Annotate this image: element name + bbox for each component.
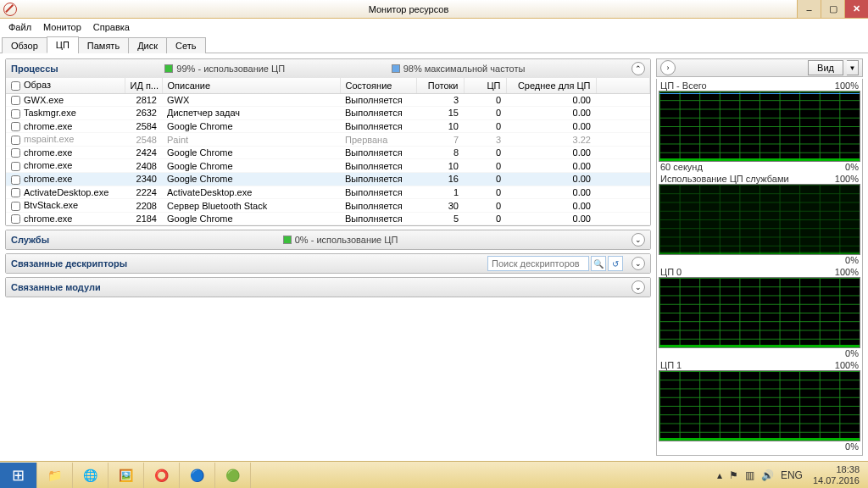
graph-block: Использование ЦП службами100%0% bbox=[659, 174, 860, 265]
clear-search-icon[interactable]: ↺ bbox=[608, 256, 623, 271]
graph-max: 100% bbox=[835, 360, 859, 370]
graph-title: ЦП 2 bbox=[660, 453, 682, 456]
nav-back-icon[interactable]: › bbox=[660, 60, 676, 75]
menu-file[interactable]: Файл bbox=[3, 20, 36, 34]
row-checkbox[interactable] bbox=[11, 188, 20, 197]
table-row[interactable]: chrome.exe2184Google ChromeВыполняется50… bbox=[6, 212, 650, 225]
left-pane: Процессы 99% - использование ЦП 98% макс… bbox=[0, 53, 654, 461]
tab-overview[interactable]: Обзор bbox=[2, 37, 47, 53]
services-title: Службы bbox=[11, 235, 49, 245]
modules-header[interactable]: Связанные модули ⌄ bbox=[6, 278, 650, 297]
col-avg[interactable]: Среднее для ЦП bbox=[506, 78, 596, 93]
menu-help[interactable]: Справка bbox=[88, 20, 135, 34]
view-dropdown-icon[interactable]: ▼ bbox=[847, 60, 859, 75]
tab-disk[interactable]: Диск bbox=[128, 37, 167, 53]
processes-table: Образ ИД п... Описание Состояние Потоки … bbox=[6, 78, 650, 225]
row-checkbox[interactable] bbox=[11, 202, 20, 211]
search-input[interactable] bbox=[487, 256, 589, 271]
row-checkbox[interactable] bbox=[11, 214, 20, 224]
table-row[interactable]: chrome.exe2408Google ChromeВыполняется10… bbox=[6, 159, 650, 173]
table-row[interactable]: chrome.exe2340Google ChromeВыполняется16… bbox=[6, 173, 650, 186]
task-app3[interactable]: 🟢 bbox=[215, 463, 251, 488]
task-app1[interactable]: 🖼️ bbox=[108, 463, 144, 488]
tab-cpu[interactable]: ЦП bbox=[47, 36, 79, 53]
task-chrome[interactable]: 🌐 bbox=[73, 463, 108, 488]
collapse-icon[interactable]: ⌃ bbox=[632, 62, 645, 75]
table-row[interactable]: chrome.exe2584Google ChromeВыполняется10… bbox=[6, 119, 650, 133]
graphs-container: ЦП - Всего100%60 секунд0%Использование Ц… bbox=[656, 79, 863, 456]
graph-canvas bbox=[659, 277, 860, 348]
col-desc[interactable]: Описание bbox=[162, 78, 340, 93]
col-pid[interactable]: ИД п... bbox=[125, 78, 162, 93]
handles-title: Связанные дескрипторы bbox=[11, 258, 127, 269]
table-row[interactable]: Taskmgr.exe2632Диспетчер задачВыполняетс… bbox=[6, 107, 650, 120]
legend-max-freq: 98% максимальной частоты bbox=[392, 64, 526, 74]
processes-section: Процессы 99% - использование ЦП 98% макс… bbox=[5, 58, 651, 226]
menu-monitor[interactable]: Монитор bbox=[38, 20, 86, 34]
tab-memory[interactable]: Память bbox=[78, 37, 129, 53]
expand-icon[interactable]: ⌄ bbox=[632, 257, 645, 270]
modules-section: Связанные модули ⌄ bbox=[5, 277, 651, 297]
tab-network[interactable]: Сеть bbox=[166, 37, 205, 53]
tab-row: Обзор ЦП Память Диск Сеть bbox=[0, 35, 868, 53]
legend-services-cpu: 0% - использование ЦП bbox=[283, 235, 398, 245]
view-button[interactable]: Вид bbox=[808, 60, 843, 75]
graph-foot-right: 0% bbox=[845, 255, 859, 265]
graph-title: ЦП 1 bbox=[660, 360, 682, 370]
col-threads[interactable]: Потоки bbox=[416, 78, 464, 93]
table-header-row: Образ ИД п... Описание Состояние Потоки … bbox=[6, 78, 650, 93]
tray-lang[interactable]: ENG bbox=[781, 469, 803, 481]
close-button[interactable]: ✕ bbox=[844, 0, 868, 18]
row-checkbox[interactable] bbox=[11, 122, 20, 131]
search-icon[interactable]: 🔍 bbox=[591, 256, 606, 271]
task-resmon[interactable]: ⭕ bbox=[144, 463, 180, 488]
graph-max: 100% bbox=[835, 267, 859, 277]
handles-header[interactable]: Связанные дескрипторы 🔍 ↺ ⌄ bbox=[6, 254, 650, 273]
col-state[interactable]: Состояние bbox=[340, 78, 416, 93]
maximize-button[interactable]: ▢ bbox=[821, 0, 844, 18]
tray-clock[interactable]: 18:38 14.07.2016 bbox=[810, 464, 863, 485]
row-checkbox[interactable] bbox=[11, 175, 20, 185]
table-row[interactable]: chrome.exe2424Google ChromeВыполняется80… bbox=[6, 146, 650, 159]
legend-square-icon bbox=[164, 64, 173, 73]
col-image[interactable]: Образ bbox=[6, 78, 125, 93]
window-title: Монитор ресурсов bbox=[20, 4, 797, 14]
graph-foot-right: 0% bbox=[845, 348, 859, 358]
processes-header[interactable]: Процессы 99% - использование ЦП 98% макс… bbox=[6, 59, 650, 78]
graph-max: 100% bbox=[835, 80, 859, 91]
graph-max: 100% bbox=[835, 453, 859, 456]
services-header[interactable]: Службы 0% - использование ЦП ⌄ bbox=[6, 230, 650, 249]
minimize-button[interactable]: – bbox=[797, 0, 821, 18]
processes-title: Процессы bbox=[11, 64, 58, 74]
row-checkbox[interactable] bbox=[11, 109, 20, 119]
table-row[interactable]: GWX.exe2812GWXВыполняется300.00 bbox=[6, 93, 650, 107]
graph-max: 100% bbox=[835, 174, 859, 184]
row-checkbox[interactable] bbox=[11, 96, 20, 105]
task-app2[interactable]: 🔵 bbox=[180, 463, 215, 488]
graph-foot-right: 0% bbox=[845, 162, 859, 172]
tray-network-icon[interactable]: ▥ bbox=[745, 469, 754, 481]
col-cpu[interactable]: ЦП bbox=[464, 78, 506, 93]
handles-search: 🔍 ↺ bbox=[487, 256, 623, 271]
tray-flag-icon[interactable]: ⚑ bbox=[729, 469, 738, 481]
graph-title: ЦП - Всего bbox=[660, 80, 707, 91]
select-all-checkbox[interactable] bbox=[11, 81, 20, 91]
tray-up-icon[interactable]: ▴ bbox=[717, 469, 722, 481]
legend-square-icon bbox=[283, 236, 292, 244]
table-row[interactable]: ActivateDesktop.exe2224ActivateDesktop.e… bbox=[6, 186, 650, 199]
table-row[interactable]: mspaint.exe2548PaintПрервана733.22 bbox=[6, 133, 650, 147]
menubar: Файл Монитор Справка bbox=[0, 19, 868, 35]
start-button[interactable]: ⊞ bbox=[0, 463, 37, 488]
graph-foot-left: 60 секунд bbox=[660, 162, 703, 172]
graph-canvas bbox=[659, 184, 860, 255]
table-row[interactable]: BtvStack.exe2208Сервер Bluetooth StackВы… bbox=[6, 199, 650, 213]
expand-icon[interactable]: ⌄ bbox=[632, 280, 645, 294]
graph-block: ЦП - Всего100%60 секунд0% bbox=[659, 80, 860, 172]
task-explorer[interactable]: 📁 bbox=[37, 463, 73, 488]
row-checkbox[interactable] bbox=[11, 136, 20, 145]
expand-icon[interactable]: ⌄ bbox=[632, 233, 645, 247]
graph-title: Использование ЦП службами bbox=[660, 174, 789, 184]
row-checkbox[interactable] bbox=[11, 162, 20, 171]
row-checkbox[interactable] bbox=[11, 148, 20, 158]
tray-sound-icon[interactable]: 🔊 bbox=[761, 469, 774, 481]
